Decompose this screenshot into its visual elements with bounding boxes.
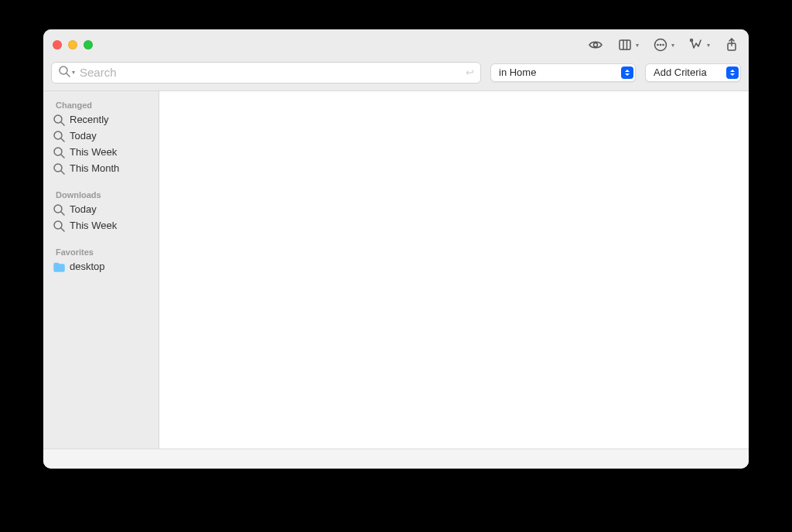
sidebar-item-dl-this-week[interactable]: This Week bbox=[46, 217, 155, 234]
results-pane bbox=[159, 91, 749, 448]
status-bar bbox=[43, 448, 749, 469]
window-body: Changed Recently Today This Week This Mo… bbox=[43, 91, 749, 448]
columns-icon bbox=[617, 37, 633, 53]
sidebar-item-label: This Month bbox=[70, 162, 119, 175]
tags-icon bbox=[688, 37, 704, 53]
zoom-window-button[interactable] bbox=[84, 40, 93, 49]
sidebar-section-favorites: Favorites desktop bbox=[46, 243, 155, 275]
chevron-down-icon: ▾ bbox=[707, 42, 710, 49]
search-icon bbox=[58, 65, 70, 80]
ellipsis-circle-icon bbox=[653, 37, 668, 53]
add-criteria-dropdown[interactable]: Add Criteria bbox=[645, 63, 741, 82]
sidebar-item-dl-today[interactable]: Today bbox=[46, 201, 155, 217]
sidebar-item-label: Today bbox=[70, 129, 97, 142]
sidebar-section-downloads: Downloads Today This Week bbox=[46, 186, 155, 234]
add-criteria-label: Add Criteria bbox=[654, 66, 722, 78]
titlebar: ▾ ▾ ▾ bbox=[43, 29, 749, 60]
search-icon bbox=[53, 130, 65, 142]
folder-icon bbox=[53, 261, 65, 273]
tags-button[interactable]: ▾ bbox=[688, 37, 710, 53]
search-row: ▾ ↩ in Home Add Criteria bbox=[43, 60, 749, 91]
chevron-down-icon: ▾ bbox=[671, 42, 674, 49]
search-scope-label: in Home bbox=[499, 66, 616, 78]
search-token-menu[interactable]: ▾ bbox=[58, 65, 75, 80]
chevron-down-icon: ▾ bbox=[72, 69, 75, 76]
share-button[interactable] bbox=[724, 37, 739, 53]
share-icon bbox=[724, 37, 739, 53]
sidebar-item-this-week[interactable]: This Week bbox=[46, 144, 155, 160]
search-icon bbox=[53, 203, 65, 216]
chevron-down-icon: ▾ bbox=[636, 42, 639, 49]
search-field[interactable]: ▾ ↩ bbox=[51, 62, 481, 84]
quick-look-button[interactable] bbox=[588, 37, 603, 53]
section-title: Changed bbox=[46, 99, 155, 111]
toolbar: ▾ ▾ ▾ bbox=[588, 37, 739, 53]
search-icon bbox=[53, 162, 65, 175]
view-mode-button[interactable]: ▾ bbox=[617, 37, 639, 53]
sidebar-item-label: desktop bbox=[70, 260, 105, 273]
enter-key-icon: ↩ bbox=[466, 66, 474, 78]
traffic-lights bbox=[53, 40, 93, 49]
section-title: Favorites bbox=[46, 243, 155, 258]
sidebar-section-changed: Changed Recently Today This Week This Mo… bbox=[46, 99, 155, 176]
sidebar: Changed Recently Today This Week This Mo… bbox=[43, 91, 159, 448]
search-icon bbox=[53, 220, 65, 232]
search-icon bbox=[53, 114, 65, 126]
search-icon bbox=[53, 146, 65, 159]
eye-icon bbox=[588, 37, 603, 53]
search-input[interactable] bbox=[80, 66, 461, 79]
stepper-icon bbox=[621, 66, 633, 79]
sidebar-item-recently[interactable]: Recently bbox=[46, 111, 155, 128]
search-scope-dropdown[interactable]: in Home bbox=[490, 63, 636, 82]
stepper-icon bbox=[726, 66, 739, 79]
sidebar-item-today[interactable]: Today bbox=[46, 128, 155, 144]
action-menu-button[interactable]: ▾ bbox=[653, 37, 674, 53]
close-window-button[interactable] bbox=[53, 40, 62, 49]
section-title: Downloads bbox=[46, 186, 155, 201]
sidebar-item-desktop[interactable]: desktop bbox=[46, 258, 155, 275]
finder-window: ▾ ▾ ▾ bbox=[43, 29, 749, 469]
sidebar-item-label: Today bbox=[70, 203, 97, 216]
sidebar-item-this-month[interactable]: This Month bbox=[46, 160, 155, 176]
sidebar-item-label: Recently bbox=[70, 113, 109, 126]
minimize-window-button[interactable] bbox=[68, 40, 77, 49]
sidebar-item-label: This Week bbox=[70, 145, 117, 159]
sidebar-item-label: This Week bbox=[70, 219, 117, 232]
